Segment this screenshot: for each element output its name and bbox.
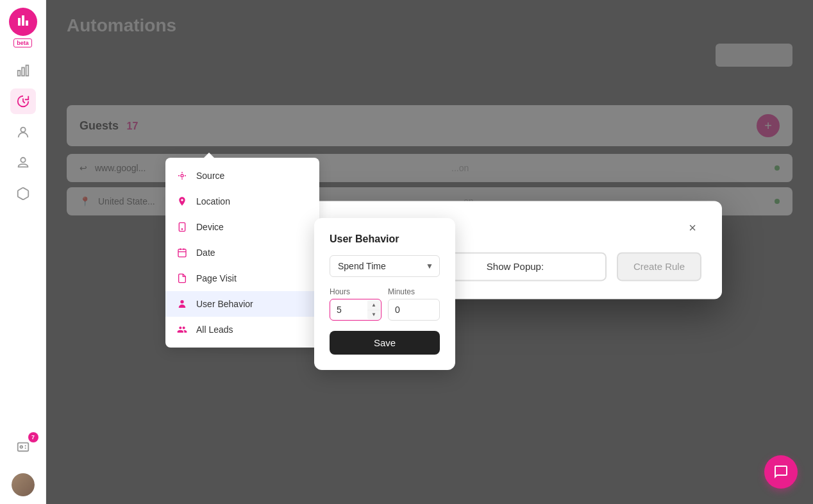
dropdown-item-source-label: Source: [196, 171, 224, 181]
dropdown-item-location[interactable]: Location: [165, 189, 319, 214]
dropdown-item-date-label: Date: [196, 248, 215, 258]
date-icon: [176, 246, 189, 259]
behavior-select-wrapper: Spend Time Page Visit Scroll Depth ▼: [330, 255, 440, 277]
dropdown-item-location-label: Location: [196, 196, 230, 206]
sidebar-item-contacts[interactable]: [10, 150, 36, 176]
hours-input-wrapper: ▲ ▼: [330, 299, 381, 321]
app-logo[interactable]: [9, 8, 37, 36]
svg-rect-0: [17, 71, 20, 76]
hours-increment-button[interactable]: ▲: [367, 300, 380, 310]
notifications-button[interactable]: 7: [10, 435, 36, 460]
beta-badge: beta: [13, 38, 32, 47]
notification-badge: 7: [28, 432, 38, 442]
behavior-panel-title: User Behavior: [330, 233, 440, 245]
sidebar-item-products[interactable]: [10, 181, 36, 206]
user-behavior-icon: [176, 298, 189, 310]
hours-spinners: ▲ ▼: [367, 300, 380, 319]
svg-rect-10: [178, 249, 186, 257]
dropdown-item-source[interactable]: Source: [165, 163, 319, 189]
behavior-type-select[interactable]: Spend Time Page Visit Scroll Depth: [330, 255, 440, 277]
dropdown-item-device[interactable]: Device: [165, 214, 319, 240]
sidebar-item-automations[interactable]: [10, 88, 36, 114]
minutes-input[interactable]: [388, 299, 440, 321]
sidebar: beta 7: [0, 0, 46, 504]
user-behavior-panel: User Behavior Spend Time Page Visit Scro…: [314, 218, 455, 370]
dropdown-item-user-behavior[interactable]: User Behavior: [165, 291, 319, 317]
hours-field: Hours ▲ ▼: [330, 287, 381, 321]
save-button[interactable]: Save: [330, 331, 440, 355]
dropdown-item-user-behavior-label: User Behavior: [196, 299, 253, 309]
user-avatar[interactable]: [12, 473, 35, 496]
condition-dropdown: Source Location Device Date Page Visit U…: [165, 158, 319, 348]
all-leads-icon: [176, 323, 189, 336]
sidebar-item-users[interactable]: [10, 119, 36, 145]
location-icon: [176, 195, 189, 208]
dropdown-item-all-leads-label: All Leads: [196, 324, 233, 335]
minutes-input-wrapper: [388, 299, 440, 321]
svg-point-7: [181, 174, 183, 177]
dropdown-item-date[interactable]: Date: [165, 240, 319, 265]
modal-close-button[interactable]: ×: [683, 219, 701, 237]
time-inputs-row: Hours ▲ ▼ Minutes: [330, 287, 440, 321]
svg-rect-1: [22, 67, 24, 76]
dropdown-item-all-leads[interactable]: All Leads: [165, 317, 319, 342]
create-rule-button[interactable]: Create Rule: [617, 252, 701, 281]
dropdown-item-device-label: Device: [196, 222, 224, 232]
dropdown-item-page-visit-label: Page Visit: [196, 273, 237, 283]
page-visit-icon: [176, 272, 189, 285]
hours-decrement-button[interactable]: ▼: [367, 310, 380, 320]
svg-point-3: [21, 128, 25, 132]
svg-point-6: [20, 446, 22, 448]
svg-rect-2: [26, 65, 28, 76]
sidebar-item-analytics[interactable]: [10, 58, 36, 83]
source-icon: [176, 169, 189, 182]
minutes-field: Minutes: [388, 287, 440, 321]
minutes-label: Minutes: [388, 287, 440, 296]
device-icon: [176, 221, 189, 233]
chat-button[interactable]: [764, 455, 798, 489]
dropdown-item-page-visit[interactable]: Page Visit: [165, 265, 319, 291]
hours-label: Hours: [330, 287, 381, 296]
svg-point-4: [21, 158, 25, 162]
svg-point-9: [181, 229, 182, 230]
svg-point-11: [180, 300, 183, 303]
